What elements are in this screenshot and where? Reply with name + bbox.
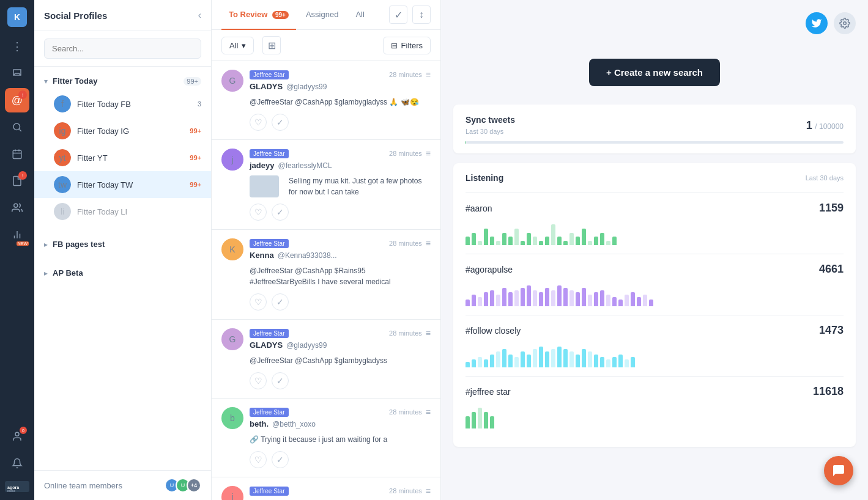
feed-time: 28 minutes <box>389 150 422 157</box>
group-name: Fitter Today <box>53 76 97 86</box>
reports-nav-icon[interactable]: ! <box>5 169 29 193</box>
user-settings-nav-icon[interactable]: 0 <box>5 424 29 449</box>
feed-filters: All ▾ ⊞ ⊟ Filters <box>212 30 440 61</box>
feed-body: @JeffreeStar @CashApp $Rains95 #JeffreeS… <box>221 265 431 287</box>
like-button[interactable]: ♡ <box>250 293 267 311</box>
chart-bar <box>637 297 641 306</box>
like-button[interactable]: ♡ <box>250 372 267 389</box>
check-button[interactable]: ✓ <box>272 114 289 131</box>
feed-item[interactable]: K Jeffree Star 28 minutes ≡ Kenna @Kenna… <box>212 230 440 320</box>
feed-meta: Jeffree Star 28 minutes ≡ Kenna @Kenna93… <box>250 238 431 260</box>
tab-to-review[interactable]: To Review 99+ <box>221 0 296 30</box>
feed-meta: Jeffree Star 28 minutes ≡ jas @lovurlyy <box>250 486 431 500</box>
sidebar-title: Social Profiles <box>44 10 107 21</box>
ap-beta-group-header[interactable]: ▸ AP Beta <box>34 263 211 282</box>
view-grid-button[interactable]: ⊞ <box>262 36 281 54</box>
sidebar-collapse-button[interactable]: ‹ <box>198 10 201 21</box>
menu-icon[interactable]: ⋮ <box>5 34 29 59</box>
assigned-tag: Jeffree Star <box>250 70 289 79</box>
filter-select[interactable]: All ▾ <box>221 37 254 54</box>
profile-count-fb: 3 <box>198 100 201 108</box>
listening-item-header: #follow closely 1473 <box>466 324 844 337</box>
check-button[interactable]: ✓ <box>272 204 289 221</box>
twitter-button[interactable] <box>806 12 828 34</box>
sync-tweets-count: 1 <box>806 119 812 131</box>
feed-icon: ≡ <box>426 238 431 248</box>
feed-icon: ≡ <box>426 70 431 79</box>
chart-bar <box>618 355 623 367</box>
user-avatar[interactable]: K <box>7 7 27 27</box>
assigned-tag: Jeffree Star <box>250 487 289 496</box>
profile-item-tw[interactable]: tw Fitter Today TW 99+ <box>34 171 211 198</box>
fb-pages-test-group: ▸ FB pages test <box>34 230 211 259</box>
feed-item[interactable]: b Jeffree Star 28 minutes ≡ beth. @betth… <box>212 399 440 477</box>
chart-bar <box>478 357 482 367</box>
create-new-search-button[interactable]: + Create a new search <box>589 59 720 86</box>
like-button[interactable]: ♡ <box>250 114 267 131</box>
chart-bar <box>563 349 568 367</box>
like-button[interactable]: ♡ <box>250 451 267 468</box>
search-input[interactable] <box>44 39 201 59</box>
profile-item-ig[interactable]: ig Fitter Today IG 99+ <box>34 117 211 144</box>
calendar-nav-icon[interactable] <box>5 142 29 166</box>
chat-button[interactable] <box>824 456 853 485</box>
feed-item[interactable]: j Jeffree Star 28 minutes ≡ jas @lovurly… <box>212 477 440 500</box>
svg-text:pulse: pulse <box>7 489 15 492</box>
feed-item-header: j Jeffree Star 28 minutes ≡ jadeyy @fear… <box>221 149 431 171</box>
settings-button[interactable] <box>834 12 856 34</box>
online-avatar-count: +4 <box>187 478 201 493</box>
tab-assigned[interactable]: Assigned <box>299 0 346 30</box>
bell-nav-icon[interactable] <box>5 451 29 476</box>
chart-bar <box>484 412 488 428</box>
fb-pages-test-group-header[interactable]: ▸ FB pages test <box>34 235 211 254</box>
feed-icon: ≡ <box>426 149 431 158</box>
check-all-button[interactable]: ✓ <box>389 6 407 24</box>
feed-item[interactable]: G Jeffree Star 28 minutes ≡ GLADYS @glad… <box>212 320 440 399</box>
sort-button[interactable]: ↕ <box>412 6 431 24</box>
filters-button[interactable]: ⊟ Filters <box>383 37 431 54</box>
check-button[interactable]: ✓ <box>272 293 289 311</box>
sidebar-content: ▾ Fitter Today 99+ f Fitter Today FB 3 i… <box>34 67 211 470</box>
feed-actions: ♡ ✓ <box>221 204 431 221</box>
inbox-nav-icon[interactable] <box>5 61 29 86</box>
sync-progress-bar <box>466 141 844 144</box>
feed-item-header: j Jeffree Star 28 minutes ≡ jas @lovurly… <box>221 486 431 500</box>
chart-bar <box>466 416 470 428</box>
team-nav-icon[interactable] <box>5 196 29 220</box>
sync-tweets-total: / <box>815 122 819 131</box>
svg-line-1 <box>19 129 21 131</box>
chart-bar <box>527 355 531 367</box>
feed-tabs: To Review 99+ Assigned All ✓ ↕ <box>212 0 440 30</box>
check-button[interactable]: ✓ <box>272 372 289 389</box>
feed-item[interactable]: j Jeffree Star 28 minutes ≡ jadeyy @fear… <box>212 140 440 230</box>
chart-bar <box>606 295 610 306</box>
feed-time: 28 minutes <box>389 240 422 247</box>
chart-bar <box>600 233 604 245</box>
profile-avatar-fb: f <box>54 95 71 112</box>
feed-item-header: G Jeffree Star 28 minutes ≡ GLADYS @glad… <box>221 328 431 350</box>
svg-rect-2 <box>13 150 21 159</box>
chart-bar <box>582 288 586 306</box>
like-button[interactable]: ♡ <box>250 204 267 221</box>
feed-icon: ≡ <box>426 486 431 496</box>
link-icon: 🔗 <box>250 435 259 444</box>
profile-item-li[interactable]: li Fitter Today LI <box>34 198 211 225</box>
tab-all[interactable]: All <box>348 0 371 30</box>
analytics-nav-icon[interactable]: NEW <box>5 222 29 247</box>
check-button[interactable]: ✓ <box>272 451 289 468</box>
mentions-nav-icon[interactable]: @ ! <box>5 88 29 112</box>
profile-item-yt[interactable]: yt Fitter YT 99+ <box>34 144 211 171</box>
listening-item-aaron: #aaron 1159 <box>466 193 844 254</box>
chart-bar <box>643 295 647 306</box>
chart-bar <box>478 297 482 306</box>
svg-point-0 <box>13 123 20 130</box>
right-panel: + Create a new search Sync tweets Last 3… <box>441 0 868 500</box>
fitter-today-group-header[interactable]: ▾ Fitter Today 99+ <box>34 72 211 90</box>
search-nav-icon[interactable] <box>5 115 29 139</box>
profile-item-fb[interactable]: f Fitter Today FB 3 <box>34 90 211 117</box>
feed-item[interactable]: G Jeffree Star 28 minutes ≡ GLADYS @glad… <box>212 61 440 140</box>
chart-bar <box>466 237 470 245</box>
chart-bar <box>533 290 537 306</box>
chart-bar <box>508 292 513 306</box>
chart-bar <box>533 349 537 367</box>
